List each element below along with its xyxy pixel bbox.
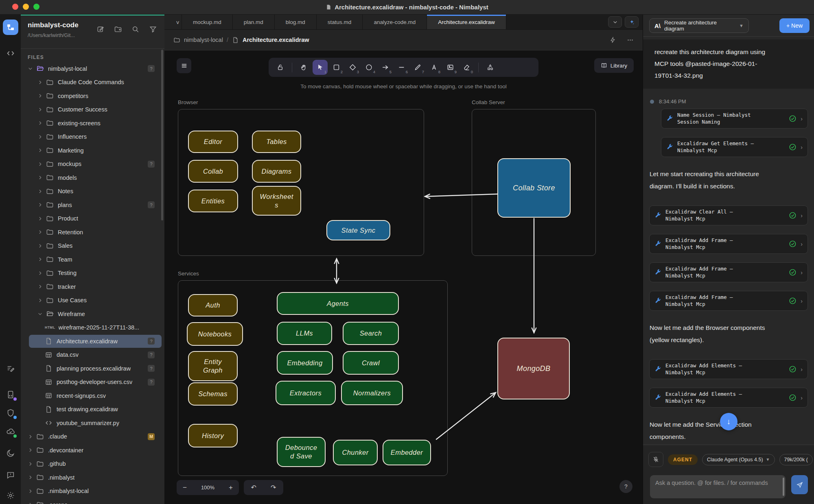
tree-item-architecture-excalidraw[interactable]: Architecture.excalidraw?	[21, 334, 164, 348]
expand-chevron-icon[interactable]: ›	[801, 241, 803, 247]
undo-button[interactable]: ↶	[251, 484, 256, 491]
tree-item--nimbalyst[interactable]: .nimbalyst	[21, 471, 164, 484]
expand-chevron-icon[interactable]: ›	[801, 269, 803, 276]
diagram-node-embedder[interactable]: Embedder	[383, 440, 431, 465]
tree-item-sales[interactable]: Sales	[21, 239, 164, 253]
diagram-node-history[interactable]: History	[188, 424, 238, 447]
tree-item-test-drawing-excalidraw[interactable]: test drawing.excalidraw	[21, 403, 164, 417]
zoom-out-button[interactable]: −	[177, 484, 193, 492]
expand-chevron-icon[interactable]: ›	[801, 212, 803, 219]
search-icon[interactable]	[131, 25, 140, 33]
tab-status-md[interactable]: status.md	[317, 15, 363, 29]
expand-chevron-icon[interactable]: ›	[801, 298, 803, 304]
expand-chevron-icon[interactable]: ›	[801, 144, 803, 151]
model-selector[interactable]: Claude Agent (Opus 4.5) ▼	[702, 454, 775, 465]
tree-item-customer-success[interactable]: Customer Success	[21, 103, 164, 117]
rail-cloud-sync[interactable]	[5, 426, 16, 437]
tree-item-models[interactable]: models	[21, 171, 164, 185]
expand-chevron-icon[interactable]: ›	[801, 366, 803, 373]
tree-item-nimbalyst-local[interactable]: nimbalyst-local?	[21, 62, 164, 76]
diagram-node-embedding[interactable]: Embedding	[277, 351, 333, 375]
tool-call-card[interactable]: Excalidraw Add Elements –Nimbalyst Mcp›	[649, 388, 808, 408]
tool-image-button[interactable]: 9	[443, 60, 458, 75]
diagram-node-llms[interactable]: LLMs	[277, 322, 332, 345]
help-button[interactable]: ?	[619, 480, 632, 493]
tab-mockup-md[interactable]: mockup.md	[182, 15, 233, 29]
tool-circle-button[interactable]: 4	[361, 60, 376, 75]
input-scrollbar[interactable]	[783, 478, 784, 496]
tool-call-card[interactable]: Excalidraw Add Frame –Nimbalyst Mcp›	[649, 291, 808, 311]
tool-call-card[interactable]: Name Session – NimbalystSession Naming›	[661, 109, 808, 129]
tree-item-notes[interactable]: Notes	[21, 185, 164, 199]
tool-shapes-button[interactable]	[483, 60, 498, 75]
mic-off-button[interactable]	[648, 452, 663, 467]
maximize-window-button[interactable]	[33, 4, 39, 10]
tab-list-dropdown-button[interactable]	[608, 16, 622, 28]
tool-diamond-button[interactable]: 3	[345, 60, 360, 75]
agent-mode-badge[interactable]: AGENT	[668, 454, 698, 465]
diagram-node-worksheets[interactable]: Worksheets	[252, 186, 301, 216]
ai-sparkles-button[interactable]	[625, 16, 639, 28]
tree-item-tracker[interactable]: tracker	[21, 280, 164, 294]
quick-actions-icon[interactable]	[609, 37, 616, 44]
rail-app-logo[interactable]	[3, 20, 18, 35]
tree-item-retention[interactable]: Retention	[21, 225, 164, 239]
tree-item-recent-signups-csv[interactable]: recent-signups.csv	[21, 389, 164, 403]
diagram-node-schemas[interactable]: Schemas	[188, 382, 238, 406]
minimize-window-button[interactable]	[23, 4, 29, 10]
tree-item--claude[interactable]: .claudeM	[21, 430, 164, 444]
diagram-node-debounced-save[interactable]: Debounced Save	[277, 437, 326, 467]
tree-item-product[interactable]: Product	[21, 212, 164, 226]
scroll-to-bottom-button[interactable]: ↓	[720, 413, 737, 430]
diagram-node-entities[interactable]: Entities	[188, 190, 238, 212]
tool-arrow-button[interactable]: 5	[378, 60, 393, 75]
tree-item-team[interactable]: Team	[21, 253, 164, 266]
tab-blog-md[interactable]: blog.md	[275, 15, 317, 29]
tree-item-posthog-developer-users-csv[interactable]: posthog-developer-users.csv?	[21, 375, 164, 389]
sidebar-scrollbar[interactable]	[161, 50, 163, 220]
tree-item-existing-screens[interactable]: existing-screens	[21, 116, 164, 130]
chat-input[interactable]	[650, 475, 786, 498]
tool-text-button[interactable]: 8	[427, 60, 442, 75]
tree-item-claude-code-commands[interactable]: Claude Code Commands	[21, 76, 164, 89]
tree-item-youtube-summarizer-py[interactable]: youtube_summarizer.py	[21, 416, 164, 430]
tree-item-marketing[interactable]: Marketing	[21, 144, 164, 157]
tool-call-card[interactable]: Excalidraw Get Elements –Nimbalyst Mcp›	[661, 137, 808, 157]
breadcrumb-folder[interactable]: nimbalyst-local	[184, 37, 223, 43]
send-button[interactable]	[791, 475, 808, 494]
expand-chevron-icon[interactable]: ›	[801, 395, 803, 401]
tab-v[interactable]: v	[164, 15, 182, 29]
canvas-menu-button[interactable]	[177, 58, 191, 73]
diagram-node-state-sync[interactable]: State Sync	[326, 220, 390, 240]
close-window-button[interactable]	[12, 4, 18, 10]
diagram-node-mongodb[interactable]: MongoDB	[497, 338, 570, 399]
filter-icon[interactable]	[149, 25, 157, 33]
tree-item--nimbalyst-local[interactable]: .nimbalyst-local	[21, 484, 164, 498]
library-button[interactable]: Library	[594, 58, 634, 73]
diagram-node-crawl[interactable]: Crawl	[343, 351, 399, 375]
tool-call-card[interactable]: Excalidraw Clear All –Nimbalyst Mcp›	[649, 205, 808, 225]
tool-call-card[interactable]: Excalidraw Add Elements –Nimbalyst Mcp›	[649, 359, 808, 379]
tool-cursor-button[interactable]: 1	[313, 60, 328, 75]
tree-item-wireframe[interactable]: Wireframe	[21, 307, 164, 321]
diagram-node-tables[interactable]: Tables	[252, 131, 301, 153]
diagram-node-auth[interactable]: Auth	[188, 294, 238, 316]
tool-hand-button[interactable]	[296, 60, 311, 75]
tool-eraser-button[interactable]: 0	[459, 60, 474, 75]
tool-lock-button[interactable]	[273, 60, 288, 75]
new-session-button[interactable]: + New	[779, 18, 810, 33]
tree-item-planning-process-excalidraw[interactable]: planning process.excalidraw?	[21, 362, 164, 375]
more-options-icon[interactable]	[627, 37, 634, 44]
rail-shield[interactable]	[5, 408, 16, 418]
tab-analyze-code-md[interactable]: analyze-code.md	[363, 15, 427, 29]
rail-code-explorer[interactable]	[5, 48, 16, 59]
redo-button[interactable]: ↷	[271, 484, 276, 491]
tool-call-card[interactable]: Excalidraw Add Frame –Nimbalyst Mcp›	[649, 262, 808, 282]
tool-call-card[interactable]: Excalidraw Add Frame –Nimbalyst Mcp›	[649, 234, 808, 254]
diagram-node-entity-graph[interactable]: EntityGraph	[188, 351, 238, 381]
tool-square-button[interactable]: 2	[329, 60, 344, 75]
tool-pencil-button[interactable]: 7	[410, 60, 425, 75]
new-folder-icon[interactable]	[114, 25, 122, 33]
tree-item-use-cases[interactable]: Use Cases	[21, 294, 164, 308]
expand-chevron-icon[interactable]: ›	[801, 116, 803, 122]
